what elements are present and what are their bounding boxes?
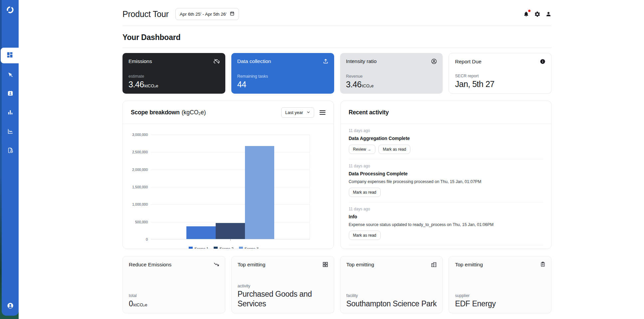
activity-time: 11 days ago <box>349 164 543 168</box>
activity-buttons: Review → Mark as read <box>349 145 543 154</box>
legend-item-scope-3[interactable]: Scope 3 <box>239 247 259 249</box>
main-content: Product Tour Apr 6th 25' - Apr 5th 26' <box>122 0 551 313</box>
legend-item-scope-1[interactable]: Scope 1 <box>189 247 208 249</box>
top-emitting-supplier-card: Top emitting supplier EDF Energy <box>449 256 551 313</box>
clipboard-icon <box>540 261 546 267</box>
sync-logo-icon <box>6 5 15 16</box>
stat-card-data-collection[interactable]: Data collection Remaining tasks 44 <box>231 53 334 94</box>
sidebar-item-reports[interactable] <box>2 147 19 155</box>
gridline <box>151 204 310 205</box>
mini-card-title: Reduce Emissions <box>129 262 219 268</box>
stat-card-value: Jan, 5th 27 <box>455 79 494 89</box>
heading-divider <box>122 48 551 48</box>
mark-as-read-button[interactable]: Mark as read <box>349 231 381 240</box>
sidebar-item-tracking[interactable] <box>2 71 19 79</box>
scope-breakdown-title: Scope breakdown <box>131 109 180 116</box>
notifications-button[interactable] <box>523 11 529 17</box>
mini-card-label: total <box>129 293 220 298</box>
activity-buttons: Mark as read <box>349 188 543 197</box>
activity-time: 11 days ago <box>349 207 543 211</box>
stat-cards-row: Emissions estimate 3.46 ktCO₂e Data coll… <box>122 53 551 94</box>
stat-card-intensity-ratio: Intensity ratio Revenue 3.46 tCO₂e <box>340 53 443 94</box>
stat-card-emissions[interactable]: Emissions estimate 3.46 ktCO₂e <box>122 53 225 94</box>
person-badge-icon <box>431 58 437 65</box>
gridline <box>151 187 310 187</box>
activity-item: 11 days ago Data Processing Complete Com… <box>349 159 543 202</box>
gridline <box>151 135 310 135</box>
app-logo <box>2 5 19 16</box>
chart-range-dropdown[interactable]: Last year <box>281 107 314 118</box>
activity-item: 11 days ago Info Expense source status u… <box>349 202 543 245</box>
legend-swatch <box>239 247 243 249</box>
sidebar-item-analytics[interactable] <box>2 109 19 117</box>
info-icon[interactable] <box>539 58 546 65</box>
recent-activity-panel: Recent activity 11 days ago Data Aggrega… <box>340 101 552 249</box>
bottom-cards-row: Reduce Emissions total 0 ktCO₂e Top emit… <box>122 256 551 313</box>
sidebar-item-account[interactable] <box>2 302 19 311</box>
bar-chart-icon <box>7 109 14 117</box>
x-axis-tick <box>230 239 231 241</box>
sidebar-item-trends[interactable] <box>2 128 19 136</box>
dashboard-icon <box>6 51 13 60</box>
cloud-off-icon <box>213 58 220 65</box>
stat-card-title: Report Due <box>455 59 545 65</box>
middle-row: Scope breakdown (kgCO₂e) Last year 0500,… <box>122 101 551 249</box>
scope-breakdown-unit: (kgCO₂e) <box>182 109 206 116</box>
y-axis-tick-label: 500,000 <box>135 220 148 224</box>
notification-dot <box>528 10 531 12</box>
stat-card-unit: ktCO₂e <box>144 83 158 88</box>
calendar-icon <box>230 11 235 17</box>
chart-legend: Scope 1Scope 2Scope 3 <box>144 247 303 249</box>
top-emitting-facility-card: Top emitting facility Southampton Scienc… <box>340 256 443 313</box>
activity-title: Info <box>349 214 543 219</box>
legend-label: Scope 1 <box>194 247 208 249</box>
activity-time: 11 days ago <box>349 128 543 133</box>
topbar-icons <box>523 11 551 17</box>
sidebar-item-contacts[interactable] <box>2 90 19 98</box>
review-button[interactable]: Review → <box>349 145 376 154</box>
stat-card-label: estimate <box>128 74 144 79</box>
trending-down-icon <box>213 261 220 268</box>
stat-card-title: Data collection <box>237 58 328 64</box>
legend-item-scope-2[interactable]: Scope 2 <box>214 247 233 249</box>
sidebar-panel <box>2 0 19 316</box>
activity-list: 11 days ago Data Aggregation Complete Re… <box>341 124 551 249</box>
y-axis-tick-label: 3,000,000 <box>132 133 148 137</box>
top-emitting-activity-card: Top emitting activity Purchased Goods an… <box>231 256 334 313</box>
chart-menu-button[interactable] <box>320 110 325 115</box>
mini-card-bottom: activity Purchased Goods and Services <box>238 284 328 309</box>
settings-button[interactable] <box>534 11 540 17</box>
chevron-down-icon <box>307 110 310 115</box>
page-title: Product Tour <box>122 9 169 19</box>
stat-card-value: 3.46 <box>346 80 362 89</box>
date-range-label: Apr 6th 25' - Apr 5th 26' <box>180 12 227 17</box>
mark-as-read-button[interactable]: Mark as read <box>349 188 381 197</box>
activity-body-text: Expense source status updated to ready_t… <box>349 222 543 227</box>
recent-activity-header: Recent activity <box>341 101 551 124</box>
bar-scope-3 <box>245 146 274 239</box>
mark-as-read-button[interactable]: Mark as read <box>378 145 410 154</box>
sidebar <box>0 0 19 319</box>
chart-range-value: Last year <box>285 110 303 115</box>
stat-card-label: Revenue <box>346 74 363 79</box>
scope-breakdown-header: Scope breakdown (kgCO₂e) Last year <box>123 101 333 124</box>
legend-label: Scope 2 <box>219 247 233 249</box>
date-range-picker[interactable]: Apr 6th 25' - Apr 5th 26' <box>175 8 239 20</box>
sidebar-item-dashboard[interactable] <box>1 48 19 63</box>
activity-buttons: Mark as read <box>349 231 543 240</box>
stat-card-unit: tCO₂e <box>362 83 373 88</box>
activity-title: Data Processing Complete <box>349 171 543 176</box>
line-chart-icon <box>7 128 14 136</box>
stat-card-value-row: 44 <box>237 80 247 89</box>
legend-swatch <box>214 247 218 249</box>
mini-card-value: Purchased Goods and Services <box>238 289 328 309</box>
activity-item: 11 days ago <box>349 245 543 249</box>
mini-card-label: facility <box>346 293 437 298</box>
mini-card-bottom: total 0 ktCO₂e <box>129 293 220 309</box>
y-axis-tick-label: 1,500,000 <box>132 185 148 189</box>
mini-card-bottom: facility Southampton Science Park <box>346 293 437 309</box>
scope-breakdown-panel: Scope breakdown (kgCO₂e) Last year 0500,… <box>122 101 334 249</box>
recent-activity-title: Recent activity <box>349 109 389 116</box>
topbar: Product Tour Apr 6th 25' - Apr 5th 26' <box>122 0 551 20</box>
profile-button[interactable] <box>545 11 551 17</box>
